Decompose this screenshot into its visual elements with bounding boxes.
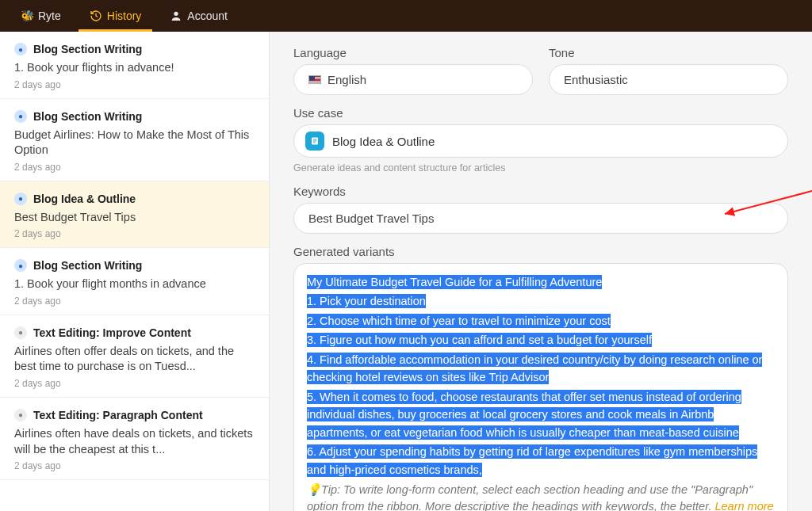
tip-body: 💡Tip: To write long-form content, select… [307,483,753,511]
tip-text: 💡Tip: To write long-form content, select… [307,482,775,511]
history-item-snippet: 1. Book your flights in advance! [14,60,255,76]
output-line[interactable]: 2. Choose which time of year to travel t… [307,312,775,330]
output-line[interactable]: 5. When it comes to food, choose restaur… [307,388,775,441]
nav-history[interactable]: History [79,0,153,32]
history-item-snippet: Budget Airlines: How to Make the Most of… [14,128,255,158]
tone-label: Tone [549,46,788,59]
us-flag-icon [308,75,321,84]
history-icon [90,10,102,22]
history-type-icon: ● [14,409,27,421]
history-item[interactable]: ● Text Editing: Paragraph Content Airlin… [0,398,269,480]
language-label: Language [293,46,533,59]
nav-account-label: Account [187,10,228,22]
history-item[interactable]: ● Blog Section Writing 1. Book your flig… [0,32,269,99]
output-line[interactable]: 6. Adjust your spending habits by gettin… [307,443,775,479]
document-icon [305,132,324,151]
tone-select[interactable]: Enthusiastic [549,64,788,95]
keywords-input[interactable]: Best Budget Travel Tips [293,203,788,234]
output-line[interactable]: My Ultimate Budget Travel Guide for a Fu… [307,273,775,291]
history-item-type: Blog Section Writing [33,110,142,123]
history-sidebar[interactable]: ● Blog Section Writing 1. Book your flig… [0,32,270,511]
history-type-icon: ● [14,259,27,272]
history-item-time: 2 days ago [14,228,255,239]
history-item-time: 2 days ago [14,296,255,307]
output-line[interactable]: 4. Find affordable accommodation in your… [307,351,775,387]
language-value: English [327,73,366,86]
nav-brand[interactable]: 🐝 Ryte [10,0,72,32]
history-item-time: 2 days ago [14,378,255,389]
output-line[interactable]: 3. Figure out how much you can afford an… [307,331,775,349]
history-item-snippet: 1. Book your flight months in advance [14,276,255,292]
brand-icon: 🐝 [21,10,33,22]
brand-label: Ryte [38,10,61,22]
tone-value: Enthusiastic [564,73,628,86]
keywords-value: Best Budget Travel Tips [308,212,434,225]
history-item-type: Blog Idea & Outline [33,193,136,205]
nav-account[interactable]: Account [159,0,239,32]
output-line[interactable]: 1. Pick your destination [307,292,775,310]
main-content: Language English Tone Enthusiastic Use c… [270,32,812,511]
usecase-hint: Generate ideas and content structure for… [293,162,788,174]
account-icon [170,10,182,22]
history-item-time: 2 days ago [14,79,255,90]
history-type-icon: ● [14,193,27,205]
usecase-value: Blog Idea & Outline [332,135,435,148]
language-select[interactable]: English [293,64,533,95]
generated-output[interactable]: My Ultimate Budget Travel Guide for a Fu… [293,263,788,511]
history-item-snippet: Best Budget Travel Tips [14,210,255,226]
usecase-label: Use case [293,106,788,120]
svg-point-0 [174,12,178,16]
history-item-time: 2 days ago [14,162,255,173]
nav-history-label: History [107,10,142,22]
history-item[interactable]: ● Text Editing: Improve Content Airlines… [0,315,269,398]
history-item-snippet: Airlines often offer deals on tickets, a… [14,344,255,375]
usecase-select[interactable]: Blog Idea & Outline [293,124,788,158]
variants-label: Generated variants [293,245,788,258]
history-type-icon: ● [14,326,27,339]
keywords-label: Keywords [293,185,788,198]
top-nav: 🐝 Ryte History Account [0,0,812,32]
history-item[interactable]: ● Blog Section Writing 1. Book your flig… [0,248,269,315]
history-item-type: Blog Section Writing [33,259,142,272]
history-item-type: Text Editing: Improve Content [33,326,191,339]
history-item[interactable]: ● Blog Idea & Outline Best Budget Travel… [0,181,269,249]
history-type-icon: ● [14,43,27,55]
history-type-icon: ● [14,110,27,123]
history-item-type: Blog Section Writing [33,43,142,55]
history-item[interactable]: ● Blog Section Writing Budget Airlines: … [0,99,269,181]
history-item-type: Text Editing: Paragraph Content [33,409,203,421]
history-item-snippet: Airlines often have deals on tickets, an… [14,426,255,457]
history-item-time: 2 days ago [14,460,255,471]
